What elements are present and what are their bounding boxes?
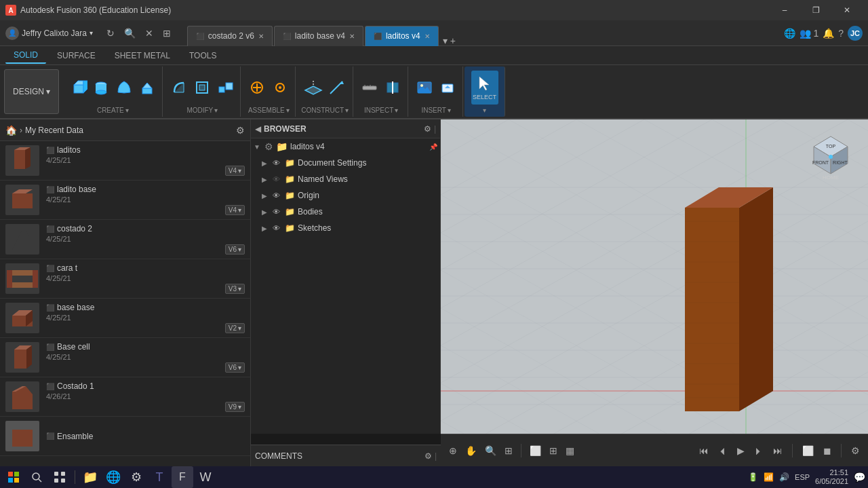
modify-scale-icon[interactable] bbox=[214, 77, 236, 98]
ribbon-tab-tools[interactable]: TOOLS bbox=[181, 48, 224, 63]
timeline-prev-icon[interactable]: ⏴ bbox=[715, 443, 730, 459]
browser-item-bodies[interactable]: ▶ 👁 📁 Bodies bbox=[251, 204, 440, 220]
taskview-button[interactable] bbox=[49, 466, 71, 488]
vis-icon[interactable]: 👁 bbox=[273, 175, 282, 183]
assemble-label[interactable]: ASSEMBLE ▾ bbox=[248, 107, 290, 114]
bottom-settings-icon[interactable]: ⚙ bbox=[848, 443, 863, 459]
inspect-label[interactable]: INSPECT ▾ bbox=[364, 107, 398, 114]
tab-costado2[interactable]: ⬛ costado 2 v6 ✕ bbox=[187, 26, 273, 46]
timeline-start-icon[interactable]: ⏮ bbox=[696, 443, 711, 459]
browser-collapse-icon[interactable]: ◀ bbox=[255, 124, 261, 134]
version-badge[interactable]: V6 ▾ bbox=[225, 244, 245, 255]
close-icon[interactable]: ✕ bbox=[142, 26, 156, 40]
assemble-joint-icon[interactable] bbox=[269, 77, 291, 98]
file-item-basecell[interactable]: ⬛ Base cell 4/25/21 V6 ▾ bbox=[0, 338, 250, 377]
view-cube-icon[interactable]: ⬜ bbox=[527, 443, 544, 459]
minimize-button[interactable]: – bbox=[769, 0, 800, 20]
create-revolve-icon[interactable] bbox=[113, 77, 135, 98]
keyboard-lang[interactable]: ESP bbox=[795, 473, 810, 481]
modify-fillet-icon[interactable] bbox=[168, 77, 190, 98]
grid-icon[interactable]: ⊞ bbox=[160, 26, 174, 40]
timeline-frame-icon[interactable]: ⬜ bbox=[800, 443, 816, 459]
profile-icon[interactable]: JC bbox=[848, 26, 863, 41]
version-badge[interactable]: V4 ▾ bbox=[225, 166, 245, 176]
file-item-carat[interactable]: ⬛ cara t 4/25/21 V3 ▾ bbox=[0, 259, 250, 299]
version-badge[interactable]: V9 ▾ bbox=[225, 402, 245, 412]
taskbar-app-fusion[interactable]: F bbox=[172, 466, 193, 488]
tab-laditos[interactable]: ⬛ laditos v4 ✕ bbox=[365, 26, 439, 46]
vis-icon[interactable]: 👁 bbox=[273, 208, 282, 216]
fit-icon[interactable]: ⊞ bbox=[502, 443, 515, 459]
inspect-section-icon[interactable] bbox=[382, 77, 403, 98]
version-badge[interactable]: V3 ▾ bbox=[225, 284, 245, 294]
view-grid-icon[interactable]: ⊞ bbox=[547, 443, 560, 459]
user-info[interactable]: 👤 Jeffry Calixto Jara ▾ bbox=[5, 26, 93, 40]
timeline-play-icon[interactable]: ▶ bbox=[734, 443, 747, 459]
settings-icon[interactable]: ⚙ bbox=[236, 125, 245, 136]
ribbon-tab-sheetmetal[interactable]: SHEET METAL bbox=[106, 48, 178, 63]
tab-add-icon[interactable]: + bbox=[450, 35, 456, 46]
modify-shell-icon[interactable] bbox=[191, 77, 213, 98]
file-item-laditos[interactable]: ⬛ laditos 4/25/21 V4 ▾ bbox=[0, 141, 250, 181]
file-item-ensamble[interactable]: ⬛ Ensamble bbox=[0, 417, 250, 456]
insert-image-icon[interactable] bbox=[414, 77, 435, 98]
3d-canvas[interactable]: TOP FRONT RIGHT HOME bbox=[441, 119, 868, 434]
browser-item-docsettings[interactable]: ▶ 👁 📁 Document Settings bbox=[251, 155, 440, 171]
version-badge[interactable]: V4 ▾ bbox=[225, 205, 245, 215]
home-icon[interactable]: 🏠 bbox=[5, 125, 17, 136]
modify-label[interactable]: MODIFY ▾ bbox=[186, 107, 218, 114]
taskbar-app-word[interactable]: W bbox=[195, 466, 216, 488]
browser-item-sketches[interactable]: ▶ 👁 📁 Sketches bbox=[251, 220, 440, 236]
design-button[interactable]: DESIGN ▾ bbox=[4, 69, 59, 114]
vis-icon[interactable]: 👁 bbox=[273, 191, 282, 200]
timeline-next-icon[interactable]: ⏵ bbox=[751, 443, 766, 459]
select-icon[interactable]: SELECT bbox=[471, 71, 498, 105]
file-item-laditobase[interactable]: ⬛ ladito base 4/25/21 V4 ▾ bbox=[0, 181, 250, 220]
tab-dropdown-icon[interactable]: ▾ bbox=[443, 35, 448, 46]
inspect-measure-icon[interactable] bbox=[359, 77, 380, 98]
comments-settings-icon[interactable]: ⚙ bbox=[425, 451, 432, 461]
version-badge[interactable]: V6 ▾ bbox=[225, 362, 245, 373]
browser-item-origin[interactable]: ▶ 👁 📁 Origin bbox=[251, 187, 440, 204]
taskbar-time-area[interactable]: 21:51 6/05/2021 bbox=[815, 468, 848, 486]
construct-plane-icon[interactable] bbox=[302, 77, 324, 98]
restore-button[interactable]: ❐ bbox=[800, 0, 831, 20]
select-label[interactable]: ▾ bbox=[483, 107, 486, 114]
timeline-end-icon[interactable]: ⏭ bbox=[770, 443, 785, 459]
view-display-icon[interactable]: ▦ bbox=[563, 443, 577, 459]
tab-close-laditos[interactable]: ✕ bbox=[425, 33, 430, 40]
taskbar-app-explorer[interactable]: 📁 bbox=[79, 466, 101, 488]
taskbar-app-teams[interactable]: T bbox=[149, 466, 170, 488]
version-badge[interactable]: V2 ▾ bbox=[225, 323, 245, 333]
vis-icon[interactable]: 👁 bbox=[273, 224, 282, 232]
file-item-costado2[interactable]: ⬛ costado 2 4/25/21 V6 ▾ bbox=[0, 220, 250, 259]
timeline-key-icon[interactable]: ◼ bbox=[821, 443, 834, 459]
ribbon-tab-surface[interactable]: SURFACE bbox=[49, 48, 104, 63]
browser-item-namedviews[interactable]: ▶ 👁 📁 Named Views bbox=[251, 171, 440, 187]
ribbon-tab-solid[interactable]: SOLID bbox=[5, 48, 46, 64]
users-icon[interactable]: 👥 1 bbox=[800, 28, 819, 39]
zoom-icon[interactable]: 🔍 bbox=[482, 443, 499, 459]
vis-icon[interactable]: 👁 bbox=[273, 159, 282, 167]
search-icon[interactable]: 🔍 bbox=[121, 26, 138, 40]
insert-label[interactable]: INSERT ▾ bbox=[421, 107, 451, 114]
help-icon[interactable]: ? bbox=[838, 28, 844, 39]
file-item-basebase[interactable]: ⬛ base base 4/25/21 V2 ▾ bbox=[0, 299, 250, 338]
search-taskbar-button[interactable] bbox=[26, 466, 47, 488]
notification-taskbar-icon[interactable]: 💬 bbox=[854, 472, 865, 483]
construct-label[interactable]: CONSTRUCT ▾ bbox=[301, 107, 349, 114]
create-box-icon[interactable] bbox=[67, 77, 89, 98]
insert-decal-icon[interactable] bbox=[437, 77, 458, 98]
online-icon[interactable]: 🌐 bbox=[784, 28, 795, 39]
assemble-new-icon[interactable] bbox=[246, 77, 268, 98]
tab-close-costado2[interactable]: ✕ bbox=[258, 33, 264, 40]
start-button[interactable] bbox=[3, 466, 24, 488]
nav-cube[interactable]: TOP FRONT RIGHT HOME bbox=[807, 133, 854, 181]
create-cylinder-icon[interactable] bbox=[90, 77, 112, 98]
notification-icon[interactable]: 🔔 bbox=[823, 28, 834, 39]
tab-close-laditobase[interactable]: ✕ bbox=[349, 33, 355, 40]
orbit-icon[interactable]: ⊕ bbox=[446, 443, 460, 459]
create-label[interactable]: CREATE ▾ bbox=[97, 107, 129, 114]
create-extrude-icon[interactable] bbox=[136, 77, 158, 98]
refresh-icon[interactable]: ↻ bbox=[104, 26, 117, 40]
